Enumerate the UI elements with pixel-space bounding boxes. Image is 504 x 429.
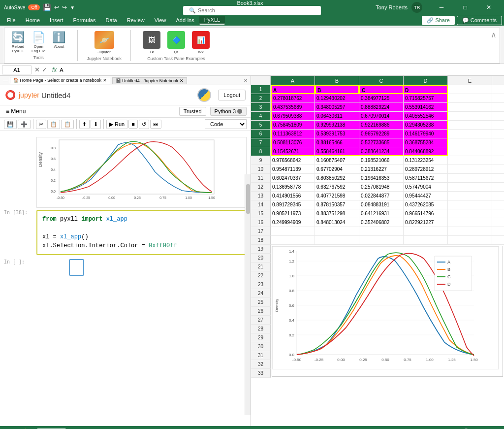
cell-e8[interactable] [448, 147, 492, 156]
menu-view[interactable]: View [150, 16, 171, 24]
cell-d12[interactable]: 0.57479004 [404, 183, 448, 192]
cell-d2[interactable]: 0.715825757 [404, 94, 448, 103]
menu-home[interactable]: Home [21, 16, 45, 24]
jupyter-button[interactable]: 🪐 Jupyter [92, 30, 117, 55]
col-header-e[interactable]: E [448, 76, 492, 85]
col-header-a[interactable]: A [271, 76, 315, 85]
cell-type-select[interactable]: Code Markdown Raw [205, 119, 247, 129]
cell-d6[interactable]: 0.146179940 [404, 130, 448, 138]
cell-b13[interactable]: 0.407721598 [315, 192, 359, 200]
cell-c8[interactable]: 0.388641234 [359, 147, 404, 156]
cell-a12[interactable]: 0.136958778 [271, 183, 315, 192]
add-cell-button[interactable]: ➕ [18, 120, 31, 129]
cell-a17[interactable] [271, 227, 315, 236]
restore-button[interactable]: □ [454, 0, 476, 15]
copy-cell-button[interactable]: 📋 [47, 120, 60, 129]
cell-reference[interactable] [2, 66, 32, 74]
code-content-1[interactable]: from pyxll import xl_app xl = xl_app() x… [36, 210, 247, 255]
cell-d4[interactable]: 0.405552546 [404, 112, 448, 121]
cell-e4[interactable] [448, 112, 492, 121]
open-log-button[interactable]: 📄 OpenLog File [29, 30, 48, 54]
cell-e18[interactable] [448, 236, 492, 245]
cell-d9[interactable]: 0.131223254 [404, 156, 448, 165]
cell-b12[interactable]: 0.632767592 [315, 183, 359, 192]
col-header-d[interactable]: D [404, 76, 448, 85]
cell-e16[interactable] [448, 218, 492, 227]
cell-b2[interactable]: 0.129430202 [315, 94, 359, 103]
cell-b9[interactable]: 0.160875407 [315, 156, 359, 165]
trusted-badge[interactable]: Trusted [179, 107, 206, 116]
cell-e11[interactable] [448, 174, 492, 183]
cell-b11[interactable]: 0.803850292 [315, 174, 359, 183]
paste-cell-button[interactable]: 📋 [61, 120, 74, 129]
cell-b7[interactable]: 0.88165466 [315, 138, 359, 147]
cell-a13[interactable]: 0.414901556 [271, 192, 315, 200]
cell-b15[interactable]: 0.883751298 [315, 209, 359, 218]
cell-e9[interactable] [448, 156, 492, 165]
cell-d8[interactable]: 0.844068892 [404, 147, 448, 156]
cell-e12[interactable] [448, 183, 492, 192]
col-header-c[interactable]: C [359, 76, 404, 85]
redo-icon[interactable]: ↪ [62, 4, 67, 11]
cell-d7[interactable]: 0.368755284 [404, 138, 448, 147]
cell-d16[interactable]: 0.822921227 [404, 218, 448, 227]
cell-a14[interactable]: 0.891729345 [271, 200, 315, 209]
move-up-button[interactable]: ⬆ [79, 120, 90, 129]
cell-a11[interactable]: 0.602470337 [271, 174, 315, 183]
cell-c10[interactable]: 0.21316227 [359, 165, 404, 174]
formula-confirm-icon[interactable]: ✓ [42, 66, 47, 73]
menu-insert[interactable]: Insert [45, 16, 68, 24]
cell-b16[interactable]: 0.848013024 [315, 218, 359, 227]
cell-b8[interactable]: 0.558464161 [315, 147, 359, 156]
cell-e7[interactable] [448, 138, 492, 147]
customize-icon[interactable]: ▼ [70, 5, 75, 10]
menu-hamburger[interactable]: ≡ Menu [4, 107, 28, 116]
cell-c18[interactable] [359, 236, 404, 245]
reload-pyxll-button[interactable]: 🔄 ReloadPyXLL [8, 30, 28, 54]
cell-a7[interactable]: 0.508113076 [271, 138, 315, 147]
cell-d1[interactable]: D [404, 85, 448, 94]
cell-d5[interactable]: 0.294305238 [404, 121, 448, 130]
formula-input[interactable] [59, 66, 502, 74]
cell-b1[interactable]: B [315, 85, 359, 94]
restart-button[interactable]: ↺ [139, 120, 149, 129]
cell-d11[interactable]: 0.587115672 [404, 174, 448, 183]
cell-a18[interactable] [271, 236, 315, 245]
qt-button[interactable]: 🔷 Qt [164, 30, 188, 55]
cell-c3[interactable]: 0.888829224 [359, 103, 404, 112]
cell-d18[interactable] [404, 236, 448, 245]
cell-c12[interactable]: 0.257081948 [359, 183, 404, 192]
share-button[interactable]: 🔗Share [422, 16, 454, 25]
save-icon[interactable]: 💾 [43, 3, 51, 11]
cell-c5[interactable]: 0.922169886 [359, 121, 404, 130]
panel-collapse-button[interactable]: — [3, 78, 8, 83]
jupyter-scrollbar[interactable] [245, 174, 251, 415]
cell-d10[interactable]: 0.289728912 [404, 165, 448, 174]
cell-e13[interactable] [448, 192, 492, 200]
cell-a2[interactable]: 0.278018762 [271, 94, 315, 103]
autosave-toggle[interactable]: Off [28, 4, 40, 10]
cell-e6[interactable] [448, 130, 492, 138]
menu-formulas[interactable]: Formulas [68, 16, 101, 24]
cell-e2[interactable] [448, 94, 492, 103]
cell-c7[interactable]: 0.532733685 [359, 138, 404, 147]
cell-a6[interactable]: 0.111363812 [271, 130, 315, 138]
notebook-name[interactable]: Untitled4 [41, 91, 70, 99]
run-button[interactable]: ▶ Run [106, 120, 127, 129]
cell-a3[interactable]: 0.437535689 [271, 103, 315, 112]
cell-a10[interactable]: 0.954871139 [271, 165, 315, 174]
wx-button[interactable]: 📊 Wx [189, 30, 213, 55]
cell-e17[interactable] [448, 227, 492, 236]
col-header-b[interactable]: B [315, 76, 359, 85]
cell-e1[interactable] [448, 85, 492, 94]
formula-cancel-icon[interactable]: ✕ [34, 66, 40, 73]
cell-a16[interactable]: 0.249994909 [271, 218, 315, 227]
cell-c4[interactable]: 0.670970014 [359, 112, 404, 121]
cell-a9[interactable]: 0.976568642 [271, 156, 315, 165]
about-button[interactable]: ℹ️ About [49, 30, 68, 54]
cell-d14[interactable]: 0.437262085 [404, 200, 448, 209]
cell-b14[interactable]: 0.878150357 [315, 200, 359, 209]
cell-e5[interactable] [448, 121, 492, 130]
cell-a1[interactable]: A [271, 85, 315, 94]
cell-d15[interactable]: 0.966514796 [404, 209, 448, 218]
